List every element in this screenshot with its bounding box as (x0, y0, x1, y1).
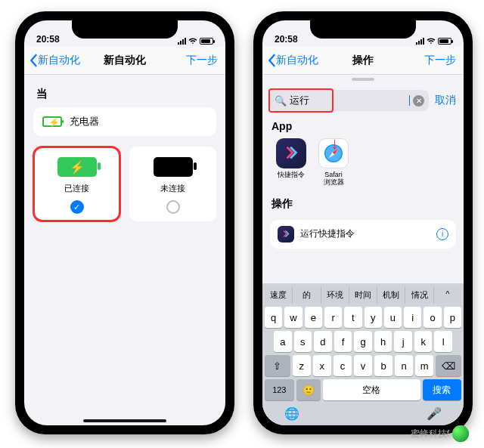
next-button[interactable]: 下一步 (424, 54, 456, 67)
key[interactable]: e (305, 307, 322, 328)
shift-key[interactable]: ⇧ (265, 355, 290, 376)
back-button[interactable]: 新自动化 (267, 54, 318, 67)
key-row-3: ⇧ z x c v b n m ⌫ (265, 355, 461, 376)
key[interactable]: f (334, 331, 352, 352)
chevron-left-icon (267, 54, 276, 67)
key[interactable]: l (434, 331, 452, 352)
prediction[interactable]: 速度 (265, 286, 292, 304)
option-disconnected[interactable]: 未连接 (129, 147, 216, 221)
key[interactable]: q (265, 307, 282, 328)
signal-icon (178, 38, 186, 45)
search-row: 🔍 运行 ✕ 取消 (262, 84, 464, 117)
battery-icon (438, 38, 451, 45)
watermark-logo-icon (452, 425, 469, 442)
search-key[interactable]: 搜索 (423, 379, 461, 400)
battery-disconnected-icon (154, 157, 193, 177)
battery-connected-icon: ⚡ (57, 157, 97, 177)
space-key[interactable]: 空格 (323, 379, 420, 400)
emoji-key[interactable]: 🙂 (296, 379, 321, 400)
when-label: 当 (36, 87, 216, 101)
watermark-text: 蜜蜂科技f (411, 428, 449, 440)
back-label: 新自动化 (276, 54, 318, 67)
annotation-arrow-icon: ↓ (330, 134, 339, 153)
status-indicators (178, 38, 213, 45)
status-time: 20:58 (36, 34, 60, 45)
key-row-4: 123 🙂 空格 搜索 (265, 379, 461, 400)
action-run-shortcut[interactable]: 运行快捷指令 i (270, 220, 456, 249)
key-row-1: q w e r t y u i o p (265, 307, 461, 328)
battery-icon (200, 38, 213, 45)
key[interactable]: g (354, 331, 372, 352)
home-indicator[interactable] (83, 419, 166, 422)
radio-unchecked-icon (166, 200, 180, 214)
key[interactable]: c (334, 355, 352, 376)
status-indicators (416, 38, 451, 45)
next-button[interactable]: 下一步 (186, 54, 218, 67)
delete-key[interactable]: ⌫ (436, 355, 461, 376)
prediction[interactable]: 机制 (377, 286, 405, 304)
signal-icon (416, 38, 424, 45)
screen-left: 20:58 新自动化 新自动化 下一步 当 ⚡ 充电器 (24, 20, 225, 425)
prediction[interactable]: 情况 (405, 286, 433, 304)
prediction[interactable]: 的 (292, 286, 320, 304)
phone-right: 20:58 新自动化 操作 下一步 🔍 (253, 11, 473, 434)
key[interactable]: j (394, 331, 412, 352)
clear-icon[interactable]: ✕ (413, 95, 424, 107)
prediction[interactable]: ^ (433, 286, 461, 304)
mic-icon[interactable]: 🎤 (427, 406, 442, 421)
search-icon: 🔍 (275, 95, 287, 107)
prediction-bar[interactable]: 速度 的 环境 时间 机制 情况 ^ (265, 286, 461, 304)
app-safari-label: Safari 浏览器 (324, 171, 344, 187)
key[interactable]: h (374, 331, 392, 352)
option-disconnected-label: 未连接 (160, 183, 185, 194)
key[interactable]: u (384, 307, 402, 328)
search-input[interactable]: 🔍 运行 ✕ (270, 90, 429, 111)
app-row: 快捷指令 Safari 浏览器 (262, 137, 464, 188)
keyboard-system-row: 🌐 🎤 (265, 403, 461, 421)
key[interactable]: v (354, 355, 372, 376)
key[interactable]: w (284, 307, 302, 328)
wifi-icon (188, 38, 197, 45)
key[interactable]: k (414, 331, 433, 352)
key[interactable]: x (313, 355, 331, 376)
key[interactable]: o (424, 307, 441, 328)
info-icon[interactable]: i (436, 228, 448, 240)
charger-icon: ⚡ (42, 116, 62, 127)
key[interactable]: s (294, 331, 312, 352)
globe-icon[interactable]: 🌐 (284, 406, 299, 421)
key[interactable]: b (374, 355, 392, 376)
key[interactable]: t (344, 307, 361, 328)
key[interactable]: n (395, 355, 413, 376)
radio-checked-icon: ✓ (70, 200, 84, 214)
action-label: 运行快捷指令 (300, 227, 355, 240)
navbar: 新自动化 新自动化 下一步 (24, 46, 225, 75)
key[interactable]: z (293, 355, 311, 376)
shortcuts-app-icon (276, 138, 306, 168)
back-button[interactable]: 新自动化 (29, 54, 80, 67)
screen-right: 20:58 新自动化 操作 下一步 🔍 (262, 20, 464, 425)
content-left: 当 ⚡ 充电器 ⚡ 已连接 ✓ 未连接 (24, 75, 225, 425)
numbers-key[interactable]: 123 (265, 379, 294, 400)
key[interactable]: i (404, 307, 421, 328)
key[interactable]: m (415, 355, 433, 376)
key[interactable]: d (314, 331, 332, 352)
search-value: 运行 (290, 94, 406, 107)
key[interactable]: r (324, 307, 342, 328)
prediction[interactable]: 环境 (321, 286, 349, 304)
trigger-charger-row[interactable]: ⚡ 充电器 (33, 107, 216, 136)
notch (72, 20, 178, 39)
shortcuts-mini-icon (278, 226, 294, 243)
notch (310, 20, 416, 39)
nav-title: 新自动化 (104, 54, 146, 67)
text-cursor (409, 95, 410, 106)
sheet-grabber[interactable] (352, 78, 374, 81)
key[interactable]: a (274, 331, 292, 352)
chevron-left-icon (29, 54, 38, 67)
key[interactable]: p (444, 307, 461, 328)
app-shortcuts[interactable]: 快捷指令 (275, 138, 308, 187)
cancel-button[interactable]: 取消 (435, 94, 456, 107)
prediction[interactable]: 时间 (349, 286, 377, 304)
option-connected[interactable]: ⚡ 已连接 ✓ (33, 147, 120, 221)
key[interactable]: y (365, 307, 382, 328)
actions-section-header: 操作 (262, 194, 464, 215)
